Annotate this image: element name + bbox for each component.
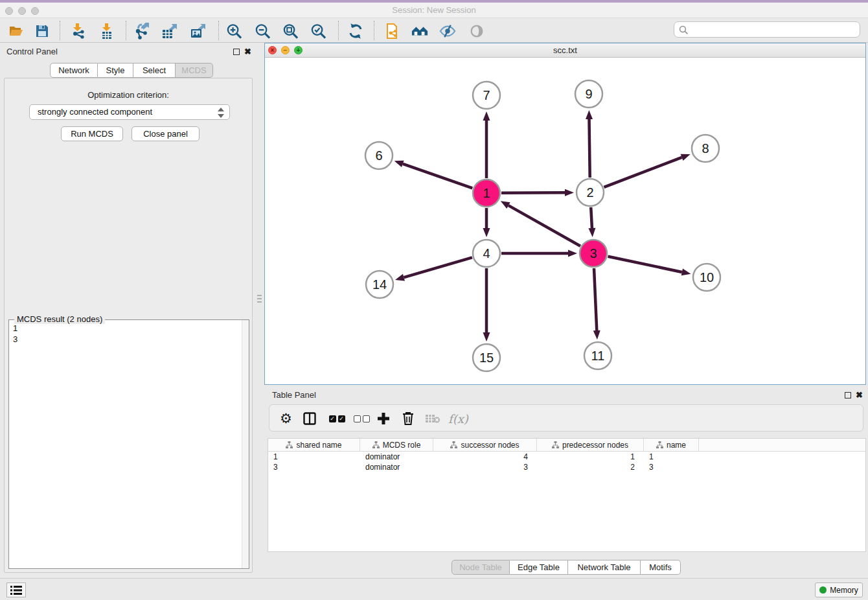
tab-motifs[interactable]: Motifs xyxy=(641,560,681,575)
home-view-icon[interactable] xyxy=(411,23,428,40)
memory-button[interactable]: Memory xyxy=(815,583,863,597)
eye-disabled-icon xyxy=(468,23,485,40)
edge-arrowhead xyxy=(483,332,490,341)
tab-edge-table[interactable]: Edge Table xyxy=(510,560,568,575)
delete-column-icon[interactable] xyxy=(402,410,415,427)
edge-arrowhead xyxy=(483,111,490,121)
tab-network-table[interactable]: Network Table xyxy=(568,560,641,575)
edge-2-8[interactable] xyxy=(604,157,681,187)
zoom-selected-icon[interactable] xyxy=(310,23,327,40)
node-table[interactable]: shared nameMCDS rolesuccessor nodesprede… xyxy=(268,438,866,552)
deselect-all-icon[interactable] xyxy=(352,410,371,427)
network-view-window: × − + scc.txt 1234678910111415 xyxy=(264,43,866,385)
edge-3-11[interactable] xyxy=(594,268,597,330)
column-header-successor-nodes[interactable]: successor nodes xyxy=(433,439,537,451)
edge-2-3[interactable] xyxy=(591,207,592,228)
table-cell: 1 xyxy=(644,452,699,462)
network-window-titlebar[interactable]: × − + scc.txt xyxy=(265,43,865,58)
column-type-icon xyxy=(656,441,663,448)
select-all-icon[interactable]: ✓✓ xyxy=(328,410,346,427)
import-network-icon[interactable] xyxy=(69,23,86,40)
tab-mcds[interactable]: MCDS xyxy=(176,63,213,78)
close-panel-button[interactable]: Close panel xyxy=(131,126,200,141)
function-builder-icon: f(x) xyxy=(448,410,468,427)
node-label: 10 xyxy=(700,270,714,284)
column-header-MCDS-role[interactable]: MCDS role xyxy=(360,439,433,451)
column-type-icon xyxy=(286,441,293,448)
toggle-visibility-icon[interactable] xyxy=(439,23,456,40)
edge-1-6[interactable] xyxy=(403,164,472,189)
table-cell: 1 xyxy=(537,452,644,462)
control-panel-tabs: NetworkStyleSelectMCDS xyxy=(50,63,213,78)
column-type-icon xyxy=(372,441,380,448)
zoom-in-icon[interactable] xyxy=(226,23,243,40)
refresh-icon[interactable] xyxy=(347,23,364,40)
import-table-icon[interactable] xyxy=(98,23,115,40)
delete-table-icon xyxy=(425,410,440,427)
table-row[interactable]: 3dominator323 xyxy=(268,462,865,472)
table-row[interactable]: 1dominator411 xyxy=(268,452,865,462)
close-table-panel-icon[interactable]: ✖ xyxy=(856,390,863,400)
search-input[interactable] xyxy=(691,23,856,36)
memory-status-icon xyxy=(819,586,827,594)
edge-arrowhead xyxy=(394,161,404,167)
edge-arrowhead xyxy=(681,154,691,161)
status-bar: Memory xyxy=(0,578,868,600)
edge-3-1[interactable] xyxy=(508,205,580,246)
column-header-name[interactable]: name xyxy=(644,439,699,451)
float-table-panel-icon[interactable] xyxy=(845,392,851,398)
title-bar: Session: New Session xyxy=(0,3,868,18)
run-mcds-button[interactable]: Run MCDS xyxy=(61,126,123,141)
edge-2-9[interactable] xyxy=(589,119,590,178)
close-panel-icon[interactable]: ✖ xyxy=(244,47,251,56)
table-cell: 3 xyxy=(644,462,699,472)
node-label: 11 xyxy=(591,349,605,363)
float-panel-icon[interactable] xyxy=(233,49,240,55)
tab-style[interactable]: Style xyxy=(98,63,133,78)
export-network-icon[interactable] xyxy=(133,23,150,40)
save-session-icon[interactable] xyxy=(34,23,51,40)
columns-icon[interactable] xyxy=(303,410,316,427)
mcds-result-title: MCDS result (2 nodes) xyxy=(14,314,105,324)
task-history-button[interactable] xyxy=(6,583,26,597)
tab-node-table[interactable]: Node Table xyxy=(451,560,510,575)
criterion-dropdown[interactable]: strongly connected component xyxy=(29,104,230,120)
mcds-result-box: MCDS result (2 nodes) 1 3 xyxy=(8,319,249,569)
tab-network[interactable]: Network xyxy=(50,63,98,78)
node-label: 3 xyxy=(589,246,597,260)
table-cell: dominator xyxy=(360,462,433,472)
mcds-panel: Optimization criterion: strongly connect… xyxy=(4,78,253,573)
dropdown-stepper-icon xyxy=(218,107,224,119)
add-column-icon[interactable] xyxy=(377,410,390,427)
column-header-predecessor-nodes[interactable]: predecessor nodes xyxy=(537,439,644,451)
edge-3-10[interactable] xyxy=(608,257,682,272)
zoom-out-icon[interactable] xyxy=(255,23,271,40)
edge-arrowhead xyxy=(593,330,600,340)
edge-arrowhead xyxy=(483,228,490,237)
export-image-icon[interactable] xyxy=(190,23,207,40)
table-body: 1dominator4113dominator323 xyxy=(268,452,865,472)
column-header-shared-name[interactable]: shared name xyxy=(268,439,360,451)
zoom-fit-icon[interactable] xyxy=(282,23,299,40)
column-type-icon xyxy=(450,441,457,448)
edge-4-14[interactable] xyxy=(404,257,472,277)
network-graph-canvas[interactable]: 1234678910111415 xyxy=(265,58,865,384)
node-label: 14 xyxy=(372,277,387,292)
tab-select[interactable]: Select xyxy=(133,63,176,78)
column-type-icon xyxy=(552,441,559,448)
duplicate-network-icon[interactable] xyxy=(383,23,400,40)
toolbar-separator xyxy=(374,21,374,40)
search-field[interactable] xyxy=(674,21,860,38)
result-scrollbar[interactable] xyxy=(242,320,249,568)
table-settings-icon[interactable]: ⚙ xyxy=(280,410,292,427)
table-cell: 4 xyxy=(433,452,537,462)
vertical-splitter-handle[interactable] xyxy=(257,293,262,315)
edge-arrowhead xyxy=(395,274,405,281)
edge-arrowhead xyxy=(565,189,574,196)
toolbar-separator xyxy=(218,21,219,40)
open-file-icon[interactable] xyxy=(8,23,25,40)
export-table-icon[interactable] xyxy=(161,23,178,40)
application-window: Session: New Session xyxy=(0,0,868,600)
toolbar-separator xyxy=(126,21,126,40)
edge-1-2[interactable] xyxy=(501,192,565,193)
